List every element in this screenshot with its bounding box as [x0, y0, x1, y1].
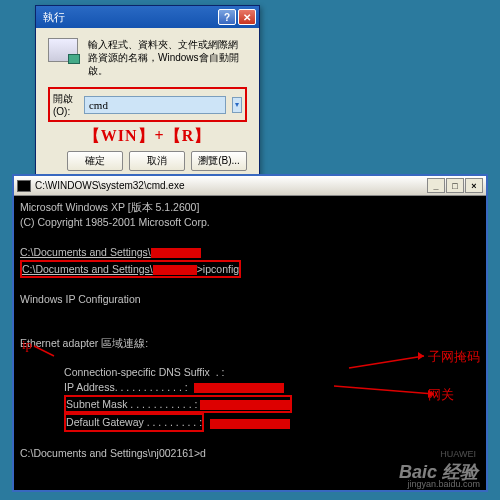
run-description: 輸入程式、資料夾、文件或網際網路資源的名稱，Windows會自動開啟。 [88, 38, 247, 77]
svg-line-1 [349, 356, 424, 368]
annotation-ip: ip [22, 336, 32, 354]
run-titlebar[interactable]: 執行 ? ✕ [36, 6, 259, 28]
huawei-watermark: HUAWEI [440, 448, 476, 460]
shortcut-annotation: 【WIN】+【R】 [48, 126, 247, 147]
minimize-button[interactable]: _ [427, 178, 445, 193]
browse-button[interactable]: 瀏覽(B)... [191, 151, 247, 171]
cmd-output[interactable]: Microsoft Windows XP [版本 5.1.2600] (C) C… [14, 196, 486, 490]
run-icon [48, 38, 78, 62]
close-button[interactable]: ✕ [238, 9, 256, 25]
svg-marker-2 [418, 352, 424, 360]
run-title: 執行 [39, 10, 65, 25]
open-input-row: 開啟(O): ▾ [48, 87, 247, 122]
ok-button[interactable]: 確定 [67, 151, 123, 171]
open-label: 開啟(O): [53, 92, 78, 117]
help-button[interactable]: ? [218, 9, 236, 25]
cmd-window: C:\WINDOWS\system32\cmd.exe _ □ × Micros… [12, 174, 488, 492]
baidu-url-watermark: jingyan.baidu.com [407, 478, 480, 490]
run-dialog: 執行 ? ✕ 輸入程式、資料夾、文件或網際網路資源的名稱，Windows會自動開… [35, 5, 260, 184]
cmd-icon [17, 180, 31, 192]
close-button[interactable]: × [465, 178, 483, 193]
cmd-titlebar[interactable]: C:\WINDOWS\system32\cmd.exe _ □ × [14, 176, 486, 196]
cancel-button[interactable]: 取消 [129, 151, 185, 171]
open-input[interactable] [84, 96, 226, 114]
annotation-subnet: 子网掩码 [428, 348, 480, 366]
cmd-title: C:\WINDOWS\system32\cmd.exe [35, 180, 184, 191]
maximize-button[interactable]: □ [446, 178, 464, 193]
annotation-gateway: 网关 [428, 386, 454, 404]
svg-line-3 [334, 386, 434, 394]
dropdown-arrow-icon[interactable]: ▾ [232, 97, 242, 113]
